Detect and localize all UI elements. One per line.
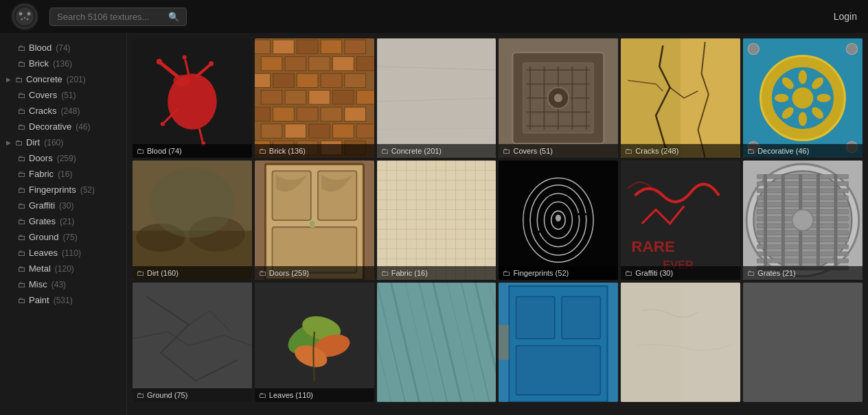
grid-item-cracks[interactable]: 🗀Cracks (248) xyxy=(621,38,740,158)
grid-item-label-cracks: 🗀Cracks (248) xyxy=(621,144,740,158)
grid-label-text: Doors (259) xyxy=(269,269,309,277)
svg-point-161 xyxy=(792,209,814,230)
grid-item-brick[interactable]: 🗀Brick (136) xyxy=(255,38,374,158)
grid-label-text: Grates (21) xyxy=(757,269,796,277)
sidebar-item-metal[interactable]: ▶ 🗀 Metal (120) xyxy=(0,261,126,276)
folder-icon: 🗀 xyxy=(15,75,23,84)
svg-point-84 xyxy=(775,94,788,102)
svg-rect-38 xyxy=(356,91,374,104)
svg-rect-46 xyxy=(309,124,330,138)
sidebar-item-covers[interactable]: ▶ 🗀 Covers (51) xyxy=(0,87,126,103)
sidebar-item-graffiti[interactable]: ▶ 🗀 Graffiti (30) xyxy=(0,198,126,213)
sidebar-item-fingerprints[interactable]: ▶ 🗀 Fingerprints (52) xyxy=(0,182,126,198)
sidebar-count: (120) xyxy=(55,264,74,274)
grid-item-grates[interactable]: 🗀Grates (21) xyxy=(743,161,863,280)
folder-icon: 🗀 xyxy=(18,43,26,53)
folder-icon: 🗀 xyxy=(18,106,26,116)
grid-folder-icon: 🗀 xyxy=(381,269,389,277)
svg-rect-48 xyxy=(356,124,374,138)
grid-item-label-concrete: 🗀Concrete (201) xyxy=(377,144,496,158)
grid-item-label-leaves: 🗀Leaves (110) xyxy=(255,388,374,402)
grid-item-covers[interactable]: 🗀Covers (51) xyxy=(499,38,618,158)
grid-label-text: Leaves (110) xyxy=(269,391,313,399)
grid-label-text: Fingerprints (52) xyxy=(513,269,569,277)
sidebar-label: Concrete xyxy=(26,74,62,84)
folder-icon: 🗀 xyxy=(18,122,26,132)
sidebar-label: Misc xyxy=(29,279,47,289)
sidebar-item-concrete[interactable]: ▶ 🗀 Concrete (201) xyxy=(0,71,126,87)
grid-item-label-blood: 🗀Blood (74) xyxy=(133,144,252,158)
svg-rect-24 xyxy=(261,57,282,71)
folder-icon: 🗀 xyxy=(18,185,26,195)
logo[interactable] xyxy=(11,3,38,30)
svg-rect-25 xyxy=(285,57,306,71)
svg-rect-157 xyxy=(781,174,784,265)
grid-item-label-graffiti: 🗀Graffiti (30) xyxy=(621,266,740,280)
login-button[interactable]: Login xyxy=(834,11,857,22)
grid-folder-icon: 🗀 xyxy=(747,147,755,155)
sidebar-item-dirt[interactable]: ▶ 🗀 Dirt (160) xyxy=(0,134,126,150)
svg-rect-75 xyxy=(621,38,681,158)
sidebar-count: (16) xyxy=(58,169,72,179)
sidebar-item-misc[interactable]: ▶ 🗀 Misc (43) xyxy=(0,276,126,292)
svg-rect-32 xyxy=(321,73,342,87)
search-bar[interactable]: 🔍 xyxy=(49,8,187,26)
svg-line-13 xyxy=(196,65,209,77)
grid-item-metal-scratch[interactable] xyxy=(377,283,496,402)
grid-label-text: Ground (75) xyxy=(147,391,187,399)
grid-item-blue-door[interactable] xyxy=(499,283,618,402)
main-layout: ▶ 🗀 Blood (74) ▶ 🗀 Brick (136) ▶ 🗀 Concr… xyxy=(0,33,868,415)
grid-item-blood[interactable]: 🗀Blood (74) xyxy=(133,38,252,158)
grid-folder-icon: 🗀 xyxy=(259,269,266,277)
grid-folder-icon: 🗀 xyxy=(381,147,389,155)
svg-point-79 xyxy=(792,88,814,109)
sidebar-label: Doors xyxy=(29,153,53,163)
svg-rect-27 xyxy=(332,57,354,71)
grid-item-decorative[interactable]: 🗀Decorative (46) xyxy=(743,38,863,158)
grid-item-fabric[interactable]: 🗀Fabric (16) xyxy=(377,161,496,280)
sidebar-item-grates[interactable]: ▶ 🗀 Grates (21) xyxy=(0,213,126,229)
sidebar-item-ground[interactable]: ▶ 🗀 Ground (75) xyxy=(0,229,126,245)
svg-rect-35 xyxy=(285,91,306,104)
search-icon: 🔍 xyxy=(168,12,179,22)
folder-icon: 🗀 xyxy=(15,138,23,147)
grid-item-dirt[interactable]: 🗀Dirt (160) xyxy=(133,161,252,280)
sidebar-label: Dirt xyxy=(26,137,40,147)
sidebar-item-leaves[interactable]: ▶ 🗀 Leaves (110) xyxy=(0,245,126,261)
folder-icon: 🗀 xyxy=(18,201,26,211)
svg-rect-23 xyxy=(345,40,366,54)
sidebar-item-blood[interactable]: ▶ 🗀 Blood (74) xyxy=(0,40,126,56)
svg-point-88 xyxy=(748,43,759,54)
grid-folder-icon: 🗀 xyxy=(137,391,144,399)
sidebar-item-cracks[interactable]: ▶ 🗀 Cracks (248) xyxy=(0,103,126,119)
sidebar-label: Fabric xyxy=(29,169,54,179)
grid-item-plaster[interactable] xyxy=(621,283,740,402)
grid-item-leaves[interactable]: 🗀Leaves (110) xyxy=(255,283,374,402)
sidebar-item-paint[interactable]: ▶ 🗀 Paint (531) xyxy=(0,292,126,308)
grid-folder-icon: 🗀 xyxy=(137,269,144,277)
sidebar-item-fabric[interactable]: ▶ 🗀 Fabric (16) xyxy=(0,166,126,182)
sidebar-label: Fingerprints xyxy=(29,185,76,195)
sidebar-item-brick[interactable]: ▶ 🗀 Brick (136) xyxy=(0,56,126,71)
search-input[interactable] xyxy=(57,12,164,22)
svg-rect-45 xyxy=(285,124,306,138)
sidebar-count: (21) xyxy=(60,217,74,226)
svg-point-2 xyxy=(19,12,23,16)
grid-item-ground[interactable]: 🗀Ground (75) xyxy=(133,283,252,402)
sidebar-item-doors[interactable]: ▶ 🗀 Doors (259) xyxy=(0,150,126,166)
content-area: 🗀Blood (74) 🗀Brick (136) 🗀Concrete (201)… xyxy=(127,33,868,415)
grid-item-concrete[interactable]: 🗀Concrete (201) xyxy=(377,38,496,158)
grid-item-extra[interactable] xyxy=(743,283,863,402)
grid-item-fingerprints[interactable]: 🗀Fingerprints (52) xyxy=(499,161,618,280)
svg-line-9 xyxy=(161,63,179,77)
svg-rect-160 xyxy=(834,174,837,265)
folder-icon: 🗀 xyxy=(18,233,26,242)
grid-item-doors[interactable]: 🗀Doors (259) xyxy=(255,161,374,280)
folder-icon: 🗀 xyxy=(18,296,26,305)
sidebar-label: Blood xyxy=(29,43,52,53)
svg-rect-134 xyxy=(576,213,586,215)
grid-item-label-doors: 🗀Doors (259) xyxy=(255,266,374,280)
grid-item-graffiti[interactable]: RARE EVER 🗀Graffiti (30) xyxy=(621,161,740,280)
sidebar-count: (110) xyxy=(62,248,81,258)
sidebar-item-decorative[interactable]: ▶ 🗀 Decorative (46) xyxy=(0,119,126,134)
